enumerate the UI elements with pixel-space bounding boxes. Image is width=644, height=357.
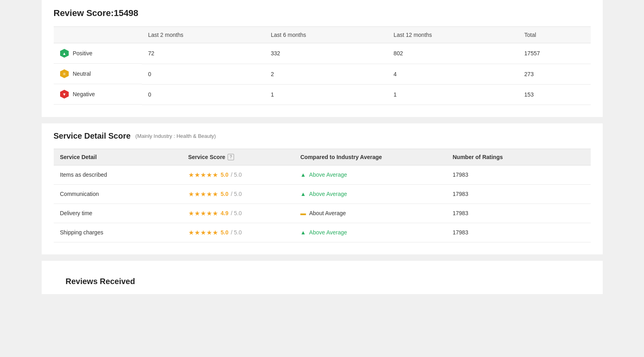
service-detail-name: Delivery time [54, 204, 182, 223]
last6-months-value: 2 [264, 64, 387, 84]
review-type-cell: Negative [54, 84, 142, 105]
positive-icon [60, 49, 69, 58]
star-rating: ★★★★★ [188, 171, 218, 179]
above-average-icon: ▲ [301, 229, 306, 236]
review-type-cell: Positive [54, 43, 142, 64]
star-rating: ★★★★★ [188, 229, 218, 236]
comparison-cell: ▬ About Average [294, 204, 446, 223]
service-score-cell: ★★★★★ 5.0 / 5.0 [182, 223, 294, 242]
service-detail-table: Service Detail Service Score ? Compared … [54, 149, 591, 242]
total-value: 17557 [518, 43, 590, 64]
number-of-ratings: 17983 [446, 204, 591, 223]
page-wrapper: Review Score:15498 Last 2 months Last 6 … [42, 0, 603, 294]
reviews-received-section: Reviews Received [42, 261, 603, 294]
svc-col-comparison: Compared to Industry Average [294, 149, 446, 165]
score-value: 4.9 [221, 210, 228, 216]
service-score-cell: ★★★★★ 5.0 / 5.0 [182, 184, 294, 204]
above-average-icon: ▲ [301, 191, 306, 197]
score-value: 5.0 [221, 191, 228, 197]
review-score-section: Review Score:15498 Last 2 months Last 6 … [42, 0, 603, 117]
last12-months-value: 1 [387, 84, 518, 105]
comparison-cell: ▲ Above Average [294, 184, 446, 204]
svc-col-score: Service Score ? [182, 149, 294, 165]
star-rating: ★★★★★ [188, 190, 218, 198]
last6-months-value: 332 [264, 43, 387, 64]
score-max: / 5.0 [231, 191, 242, 197]
table-row: Communication ★★★★★ 5.0 / 5.0 ▲ Above Av… [54, 184, 591, 204]
review-type-label: Positive [73, 50, 93, 56]
service-section-title: Service Detail Score (Mainly Industry : … [54, 131, 591, 141]
table-row: Items as described ★★★★★ 5.0 / 5.0 ▲ Abo… [54, 165, 591, 184]
score-max: / 5.0 [231, 171, 242, 178]
service-score-header-label: Service Score [188, 154, 226, 160]
last6-months-value: 1 [264, 84, 387, 105]
negative-icon [60, 90, 69, 99]
service-detail-name: Items as described [54, 165, 182, 184]
total-value: 153 [518, 84, 590, 105]
comparison-cell: ▲ Above Average [294, 223, 446, 242]
col-header-type [54, 27, 142, 43]
score-max: / 5.0 [231, 229, 242, 236]
review-score-value: 15498 [114, 8, 138, 18]
col-header-total: Total [518, 27, 590, 43]
svc-col-ratings: Number of Ratings [446, 149, 591, 165]
review-score-label: Review Score: [54, 8, 114, 18]
review-type-label: Neutral [73, 71, 91, 77]
score-value: 5.0 [221, 229, 228, 236]
above-average-icon: ▲ [301, 171, 306, 178]
reviews-received-title: Reviews Received [54, 269, 591, 290]
total-value: 273 [518, 64, 590, 84]
last2-months-value: 0 [142, 84, 264, 105]
review-type-cell: Neutral [54, 64, 142, 84]
review-score-table: Last 2 months Last 6 months Last 12 mont… [54, 26, 591, 105]
star-rating: ★★★★★ [188, 210, 218, 217]
industry-subtitle: (Mainly Industry : Health & Beauty) [135, 133, 216, 139]
number-of-ratings: 17983 [446, 165, 591, 184]
table-row: Neutral 0 2 4 273 [54, 64, 591, 84]
comparison-text: Above Average [309, 229, 347, 236]
last2-months-value: 72 [142, 43, 264, 64]
neutral-icon [60, 69, 69, 78]
service-detail-name: Shipping charges [54, 223, 182, 242]
comparison-text: Above Average [309, 191, 347, 197]
comparison-cell: ▲ Above Average [294, 165, 446, 184]
service-detail-title-text: Service Detail Score [54, 131, 131, 141]
service-score-help-icon[interactable]: ? [228, 154, 234, 160]
table-row: Shipping charges ★★★★★ 5.0 / 5.0 ▲ Above… [54, 223, 591, 242]
col-header-last2: Last 2 months [142, 27, 264, 43]
service-score-cell: ★★★★★ 4.9 / 5.0 [182, 204, 294, 223]
table-row: Positive 72 332 802 17557 [54, 43, 591, 64]
svc-col-detail: Service Detail [54, 149, 182, 165]
last12-months-value: 4 [387, 64, 518, 84]
table-row: Delivery time ★★★★★ 4.9 / 5.0 ▬ About Av… [54, 204, 591, 223]
number-of-ratings: 17983 [446, 184, 591, 204]
service-detail-section: Service Detail Score (Mainly Industry : … [42, 123, 603, 254]
comparison-text: Above Average [309, 171, 347, 178]
service-detail-name: Communication [54, 184, 182, 204]
last12-months-value: 802 [387, 43, 518, 64]
number-of-ratings: 17983 [446, 223, 591, 242]
review-type-label: Negative [73, 91, 95, 97]
service-score-cell: ★★★★★ 5.0 / 5.0 [182, 165, 294, 184]
score-value: 5.0 [221, 171, 228, 178]
col-header-last12: Last 12 months [387, 27, 518, 43]
comparison-text: About Average [309, 210, 346, 216]
last2-months-value: 0 [142, 64, 264, 84]
review-score-title: Review Score:15498 [54, 8, 591, 18]
col-header-last6: Last 6 months [264, 27, 387, 43]
score-max: / 5.0 [231, 210, 242, 216]
table-row: Negative 0 1 1 153 [54, 84, 591, 105]
about-average-icon: ▬ [301, 210, 306, 216]
